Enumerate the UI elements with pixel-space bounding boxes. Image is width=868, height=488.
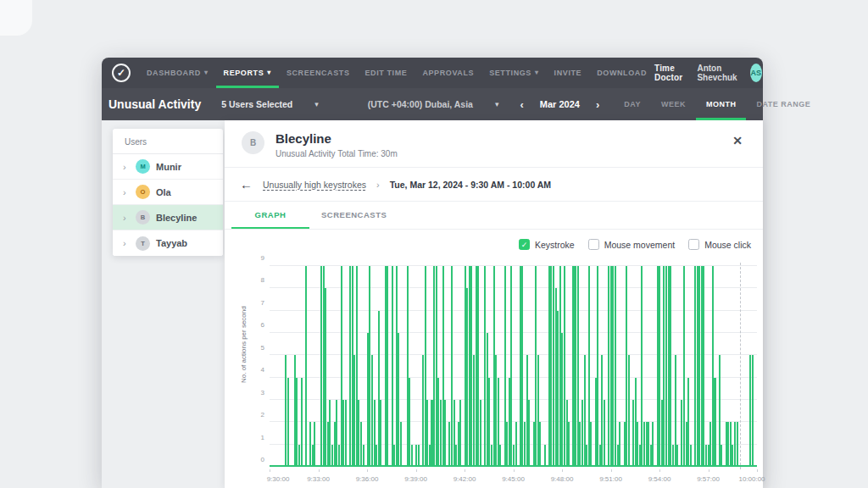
timezone-dropdown[interactable]: (UTC +04:00) Dubai, Asia ▾ [359, 88, 508, 120]
x-tick-label: 9:57:00 [697, 475, 720, 483]
chevron-down-icon: ▾ [314, 100, 319, 108]
nav-item-download[interactable]: DOWNLOAD [589, 58, 654, 88]
breadcrumb-link[interactable]: Unusually high keystrokes [263, 180, 366, 190]
nav-item-label: INVITE [554, 69, 582, 77]
bar [499, 445, 501, 467]
expand-chevron-icon[interactable]: › [123, 238, 130, 248]
bar [510, 266, 512, 467]
x-tick-label: 9:33:00 [307, 475, 330, 483]
user-avatar[interactable]: AS [750, 64, 762, 82]
bar [597, 266, 598, 467]
user-row-tayyab[interactable]: ›TTayyab [113, 230, 223, 256]
nav-item-label: APPROVALS [422, 69, 474, 77]
nav-item-label: EDIT TIME [365, 69, 408, 77]
y-tick-label: 3 [261, 388, 264, 396]
nav-item-label: SCREENCASTS [287, 69, 350, 77]
y-tick-label: 6 [261, 321, 264, 329]
back-arrow-icon[interactable]: ← [240, 178, 253, 191]
bar [444, 400, 446, 467]
bar [619, 422, 620, 467]
bar [411, 445, 413, 467]
page-title: Unusual Activity [108, 88, 213, 120]
bar [690, 445, 692, 467]
nav-item-approvals[interactable]: APPROVALS [415, 58, 481, 88]
y-tick-label: 9 [261, 254, 264, 262]
legend-keystroke[interactable]: ✓Keystroke [519, 239, 575, 250]
y-tick-label: 2 [261, 411, 264, 419]
bar [670, 266, 671, 467]
nav-item-screencasts[interactable]: SCREENCASTS [279, 58, 358, 88]
x-axis: 9:30:009:33:009:36:009:39:009:42:009:45:… [270, 469, 757, 488]
nav-item-dashboard[interactable]: DASHBOARD▾ [139, 58, 216, 88]
y-tick-label: 4 [261, 366, 264, 374]
x-tick-mark [367, 469, 368, 472]
x-tick-label: 9:39:00 [404, 475, 427, 483]
bar [392, 266, 393, 467]
avatar: O [136, 185, 150, 199]
x-tick-mark [319, 469, 320, 472]
checkbox-icon[interactable] [588, 239, 599, 250]
expand-chevron-icon[interactable]: › [123, 162, 130, 172]
avatar: M [136, 159, 150, 174]
bar [480, 400, 481, 467]
legend-label: Keystroke [535, 240, 575, 250]
tab-screencasts[interactable]: SCREENCASTS [309, 202, 398, 229]
chevron-down-icon: ▾ [535, 69, 539, 76]
timezone-label: (UTC +04:00) Dubai, Asia [368, 99, 473, 109]
range-tabs: DAYWEEKMONTHDATE RANGE [614, 88, 821, 120]
bar [287, 378, 289, 467]
bar [714, 378, 715, 467]
expand-chevron-icon[interactable]: › [123, 187, 130, 197]
expand-chevron-icon[interactable]: › [123, 213, 130, 223]
x-tick-mark [659, 469, 660, 472]
user-name-label[interactable]: Anton Shevchuk [697, 64, 739, 82]
x-tick-mark [757, 469, 758, 472]
range-tab-day[interactable]: DAY [614, 88, 651, 120]
topnav-items: DASHBOARD▾REPORTS▾SCREENCASTSEDIT TIMEAP… [139, 58, 654, 88]
nav-item-reports[interactable]: REPORTS▾ [216, 58, 279, 88]
legend-mouse-movement[interactable]: Mouse movement [588, 239, 675, 250]
period-navigation: ‹ Mar 2024 › [507, 88, 612, 120]
avatar: B [242, 131, 264, 154]
previous-period-button[interactable]: ‹ [517, 98, 526, 111]
nav-item-settings[interactable]: SETTINGS▾ [481, 58, 546, 88]
user-row-munir[interactable]: ›MMunir [113, 154, 223, 180]
range-tab-month[interactable]: MONTH [696, 88, 747, 120]
bar [590, 422, 592, 467]
breadcrumb-current: Tue, Mar 12, 2024 - 9:30 AM - 10:00 AM [390, 180, 551, 190]
bar [752, 355, 754, 467]
legend-label: Mouse click [704, 240, 751, 250]
detail-user-name: Blecyline [275, 131, 398, 146]
close-icon[interactable]: ✕ [727, 131, 748, 150]
detail-tabs: GRAPHSCREENCASTS [225, 202, 763, 230]
logo-wrap[interactable]: ✓ [112, 58, 131, 88]
y-axis-title: No. of actions per second [240, 306, 248, 383]
user-name-label: Blecyline [156, 213, 197, 223]
current-time-marker [740, 263, 741, 469]
user-row-ola[interactable]: ›OOla [113, 180, 223, 205]
users-selected-dropdown[interactable]: 5 Users Selected ▾ [213, 88, 327, 120]
bar [676, 445, 678, 467]
bar [459, 400, 461, 467]
period-label: Mar 2024 [540, 99, 580, 109]
nav-item-invite[interactable]: INVITE [547, 58, 590, 88]
users-selected-label: 5 Users Selected [221, 99, 292, 109]
breadcrumb: ← Unusually high keystrokes › Tue, Mar 1… [225, 168, 763, 202]
users-list: ›MMunir›OOla›BBlecyline›TTayyab [113, 154, 223, 256]
range-tab-week[interactable]: WEEK [651, 88, 696, 120]
legend-mouse-click[interactable]: Mouse click [688, 239, 751, 250]
bar [737, 422, 738, 467]
users-header: Users [113, 129, 223, 154]
bar [568, 422, 570, 467]
chart-legend: ✓KeystrokeMouse movementMouse click [225, 230, 763, 255]
nav-item-edit-time[interactable]: EDIT TIME [358, 58, 415, 88]
tab-graph[interactable]: GRAPH [231, 202, 309, 229]
checkbox-icon[interactable] [688, 239, 699, 250]
bar [721, 445, 722, 467]
nav-item-label: DOWNLOAD [597, 69, 647, 77]
next-period-button[interactable]: › [593, 98, 602, 111]
user-name-label: Tayyab [156, 238, 187, 248]
checkbox-icon[interactable]: ✓ [519, 239, 530, 250]
user-row-blecyline[interactable]: ›BBlecyline [113, 205, 223, 230]
range-tab-date-range[interactable]: DATE RANGE [746, 88, 821, 120]
